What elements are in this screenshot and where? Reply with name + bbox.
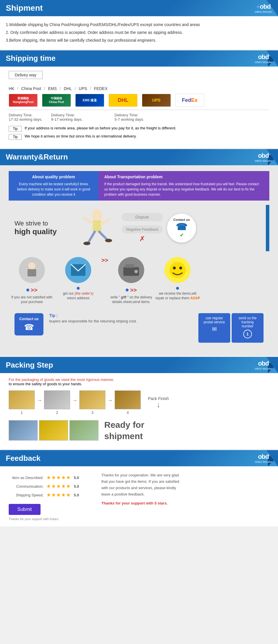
postal-service-button[interactable]: use regular postal service ✉ [198, 313, 230, 343]
svg-point-16 [179, 267, 182, 269]
submit-button[interactable]: Submit [9, 504, 41, 515]
check-mark-icon: ✔ [180, 232, 184, 238]
jumper-figure-area [67, 205, 119, 251]
hk-post-logo-box: 香港郵政HongkongPost [9, 94, 38, 107]
svg-line-2 [84, 218, 93, 224]
tip-area: Tip : buyers are responsible for the ret… [49, 313, 193, 323]
step-3-icon [118, 257, 144, 283]
packing-arrow-3: → [107, 397, 113, 403]
shipment-line-3: 3.Before shipping, the items will be car… [6, 37, 272, 44]
tracking-number-button[interactable]: send us the tracking number 1 [232, 313, 264, 343]
neg-feedback-col: Negative Feedback ✗ [122, 225, 163, 243]
shipment-line-1: 1.Woldwide shipping by China Post/Hongko… [6, 21, 272, 28]
right-edge [266, 205, 269, 251]
ems-logo-box: EMS 速递 [75, 94, 104, 107]
packing-step-2: 2 [44, 390, 70, 415]
dhl-logo: DHL [109, 94, 138, 107]
dispute-col: Dispute Negative Feedback ✗ [122, 213, 163, 243]
contact-us-circle[interactable]: Contact us ☎ ✔ [167, 214, 196, 243]
rating-label-1: Item as Described: [9, 476, 43, 480]
packing-desc: For the packaging of goods we used the m… [9, 377, 269, 386]
carrier-divider [9, 110, 269, 110]
delivery-time-3: Delivery Time: 5-7 working days. [114, 113, 144, 122]
transport-title: About Transportation problem [104, 175, 264, 179]
tip-content: buyers are responsible for the returning… [49, 319, 193, 323]
obd-logo-2: obd OBD2 Wonder [255, 53, 272, 64]
step-arrow-2: >> [101, 257, 108, 264]
stars-1: ★★★★★ [46, 474, 71, 481]
carrier-logos-row: 香港郵政HongkongPost 中国邮政China Post EMS 速递 D… [9, 94, 269, 107]
ready-for-shipment-text: Ready for shipment [104, 419, 144, 442]
rating-row-1: Item as Described: ★★★★★ 5.0 [9, 474, 90, 481]
warranty-header: Warranty&Return obd OBD2 Wonder [0, 149, 278, 165]
step-2-text: get our (the seller's)return address [63, 291, 94, 301]
postal-tracking-box: use regular postal service ✉ send us the… [198, 313, 264, 343]
svg-line-5 [99, 232, 107, 240]
packing-steps-row: 1 → 2 → 3 → 4 Pack Finish ↓ [9, 390, 269, 415]
feedback-header: Feedback obd OBD2 Wonder [0, 450, 278, 466]
tracking-number-circle: 1 [243, 330, 252, 338]
feedback-content: Item as Described: ★★★★★ 5.0 Communicati… [0, 466, 278, 526]
dispute-button[interactable]: Dispute [122, 213, 163, 221]
we-strive-text: We strive to [14, 220, 61, 227]
jumper-svg [71, 205, 114, 251]
packing-content: For the packaging of goods we used the m… [0, 373, 278, 449]
ups-logo: UPS [142, 94, 171, 107]
quality-title: About quality problem [14, 175, 93, 179]
shipping-content: Delivey way HK / China Post / EMS / DHL … [0, 67, 278, 148]
rating-val-1: 5.0 [74, 476, 79, 480]
return-step-4: we receive the items,willrepair or repla… [154, 257, 201, 301]
return-step-1: >> If you are not satisfied with your pu… [9, 257, 55, 305]
shipment-section: Shipment ●Shipmentobd OBD2 Wonder 1.Wold… [0, 0, 278, 49]
carrier-ems: EMS [48, 86, 57, 91]
rating-row-2: Communication: ★★★★★ 5.0 [9, 483, 90, 489]
rating-label-3: Shipping Speed: [9, 493, 43, 497]
packing-step-1: 1 [9, 390, 35, 415]
feedback-text-2: that you have got the items. If you are … [101, 478, 269, 485]
delivery-way-button[interactable]: Delivey way [9, 71, 43, 79]
step-4-text: we receive the items,willrepair or repla… [155, 291, 200, 301]
packing-arrow-2: → [72, 397, 77, 403]
svg-point-13 [134, 270, 138, 273]
obd-logo-5: obd OBD2 Wonder [255, 453, 272, 463]
step-dot-4 [176, 287, 179, 290]
rating-label-2: Communication: [9, 484, 43, 489]
packing-img-4 [115, 390, 141, 409]
phone-icon: ☎ [176, 221, 187, 232]
postal-icon: ✉ [203, 326, 226, 333]
tip-button-1: Tip [9, 126, 22, 132]
rating-val-2: 5.0 [74, 484, 79, 489]
fedex-logo-box: FedEx [175, 94, 204, 107]
ratings-col: Item as Described: ★★★★★ 5.0 Communicati… [9, 472, 90, 521]
postal-label-2: postal service [203, 320, 226, 324]
step-dot-2 [77, 287, 80, 290]
step-1-icon [19, 257, 45, 283]
quality-transport-row: About quality problem Every machine will… [9, 171, 269, 201]
svg-rect-9 [28, 269, 36, 276]
feedback-text-col: Thanks for your cooperation. We are very… [101, 472, 269, 521]
shipment-info: 1.Woldwide shipping by China Post/Hongko… [0, 16, 278, 49]
contact-us-box[interactable]: Contact us ☎ [14, 313, 43, 335]
step-dot-3 [126, 289, 129, 291]
tip-text-2: We hope it arrives on time but since thi… [25, 134, 137, 138]
tip-row-2: Tip We hope it arrives on time but since… [9, 134, 269, 140]
carrier-dhl: DHL [64, 86, 72, 91]
packing-step-3: 3 [79, 390, 105, 415]
step-arrow-3: >> [130, 287, 137, 293]
contact-label: Contact us [173, 218, 190, 221]
carrier-fedex: FEDEX [94, 86, 108, 91]
pack-finish-arrow: ↓ [157, 401, 160, 409]
negative-feedback-button[interactable]: Negative Feedback [122, 225, 163, 233]
packing-arrow-1: → [37, 397, 42, 403]
bottom-contact-row: Contact us ☎ Tip : buyers are responsibl… [9, 310, 269, 346]
svg-line-3 [101, 219, 109, 224]
step-1-text: If you are not satisfied with your purch… [9, 295, 55, 305]
stars-3: ★★★★★ [46, 492, 71, 498]
tip-row-1: Tip If your address is remote area, plea… [9, 126, 269, 132]
ready-img-2 [39, 420, 68, 441]
warranty-section: Warranty&Return obd OBD2 Wonder About qu… [0, 149, 278, 356]
step-arrow-1: >> [31, 287, 37, 293]
svg-rect-12 [125, 264, 134, 268]
feedback-text-3: with our products and services, please k… [101, 485, 269, 491]
shipment-line-2: 2. Only confirmed order address is accep… [6, 29, 272, 36]
